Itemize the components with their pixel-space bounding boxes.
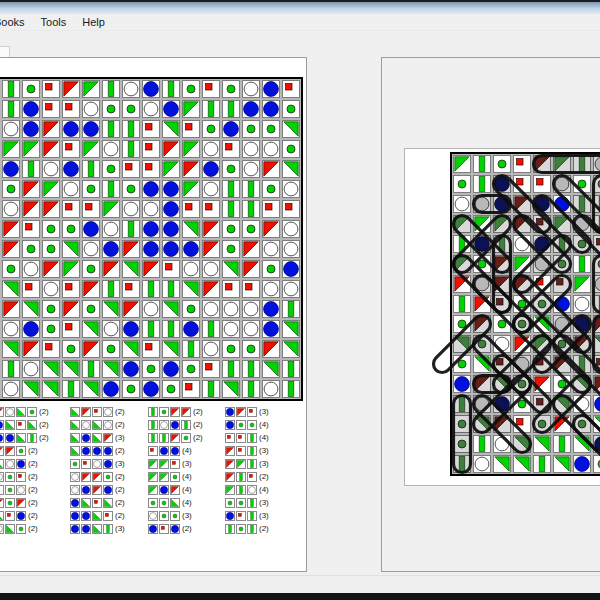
grid-cell[interactable] xyxy=(101,379,121,399)
grid-cell[interactable] xyxy=(181,179,201,199)
clue-item[interactable]: (2) xyxy=(0,524,49,534)
grid-cell[interactable] xyxy=(201,159,221,179)
grid-cell[interactable] xyxy=(21,119,41,139)
puzzle-grid[interactable] xyxy=(0,77,303,401)
clue-item[interactable]: (3) xyxy=(225,511,269,521)
grid-cell[interactable] xyxy=(21,299,41,319)
grid-cell[interactable] xyxy=(81,119,101,139)
grid-cell[interactable] xyxy=(161,299,181,319)
grid-cell[interactable] xyxy=(81,199,101,219)
grid-cell[interactable] xyxy=(121,79,141,99)
grid-cell[interactable] xyxy=(41,119,61,139)
grid-cell[interactable] xyxy=(101,219,121,239)
grid-cell[interactable] xyxy=(241,199,261,219)
grid-cell[interactable] xyxy=(241,319,261,339)
grid-cell[interactable] xyxy=(181,139,201,159)
grid-cell[interactable] xyxy=(161,219,181,239)
grid-cell[interactable] xyxy=(221,159,241,179)
grid-cell[interactable] xyxy=(41,239,61,259)
grid-cell[interactable] xyxy=(161,379,181,399)
grid-cell[interactable] xyxy=(261,259,281,279)
clue-item[interactable]: (2) xyxy=(0,420,49,430)
grid-cell[interactable] xyxy=(41,299,61,319)
grid-cell[interactable] xyxy=(21,339,41,359)
grid-cell[interactable] xyxy=(221,199,241,219)
clue-item[interactable]: (2) xyxy=(0,511,49,521)
clue-item[interactable]: (3) xyxy=(225,407,269,417)
grid-cell[interactable] xyxy=(141,279,161,299)
clue-item[interactable]: (2) xyxy=(70,420,125,430)
grid-cell[interactable] xyxy=(81,339,101,359)
grid-cell[interactable] xyxy=(121,179,141,199)
clue-item[interactable]: (2) xyxy=(70,485,125,495)
clue-item[interactable]: (2) xyxy=(148,524,203,534)
grid-cell[interactable] xyxy=(181,119,201,139)
grid-cell[interactable] xyxy=(121,319,141,339)
clue-item[interactable]: (2) xyxy=(0,433,49,443)
grid-cell[interactable] xyxy=(1,359,21,379)
grid-cell[interactable] xyxy=(1,159,21,179)
clue-item[interactable]: (2) xyxy=(70,498,125,508)
grid-cell[interactable] xyxy=(141,119,161,139)
grid-cell[interactable] xyxy=(81,379,101,399)
grid-cell[interactable] xyxy=(121,359,141,379)
grid-cell[interactable] xyxy=(221,119,241,139)
grid-cell[interactable] xyxy=(261,299,281,319)
grid-cell[interactable] xyxy=(41,319,61,339)
grid-cell[interactable] xyxy=(221,99,241,119)
grid-cell[interactable] xyxy=(221,79,241,99)
clue-item[interactable]: (3) xyxy=(148,511,203,521)
grid-cell[interactable] xyxy=(141,359,161,379)
grid-cell[interactable] xyxy=(281,99,301,119)
grid-cell[interactable] xyxy=(61,239,81,259)
grid-cell[interactable] xyxy=(241,339,261,359)
grid-cell[interactable] xyxy=(281,319,301,339)
grid-cell[interactable] xyxy=(61,339,81,359)
grid-cell[interactable] xyxy=(121,259,141,279)
grid-cell[interactable] xyxy=(101,319,121,339)
grid-cell[interactable] xyxy=(121,199,141,219)
grid-cell[interactable] xyxy=(1,299,21,319)
grid-cell[interactable] xyxy=(201,319,221,339)
grid-cell[interactable] xyxy=(141,179,161,199)
grid-cell[interactable] xyxy=(121,339,141,359)
grid-cell[interactable] xyxy=(181,279,201,299)
grid-cell[interactable] xyxy=(121,119,141,139)
grid-cell[interactable] xyxy=(201,219,221,239)
menu-item-help[interactable]: Help xyxy=(74,15,113,29)
clue-item[interactable]: (2) xyxy=(225,472,269,482)
grid-cell[interactable] xyxy=(281,359,301,379)
grid-cell[interactable] xyxy=(181,239,201,259)
grid-cell[interactable] xyxy=(281,199,301,219)
grid-cell[interactable] xyxy=(81,259,101,279)
grid-cell[interactable] xyxy=(81,139,101,159)
grid-cell[interactable] xyxy=(161,79,181,99)
grid-cell[interactable] xyxy=(141,319,161,339)
grid-cell[interactable] xyxy=(221,239,241,259)
grid-cell[interactable] xyxy=(241,299,261,319)
grid-cell[interactable] xyxy=(161,199,181,219)
grid-cell[interactable] xyxy=(141,139,161,159)
clue-item[interactable]: (3) xyxy=(225,459,269,469)
clue-item[interactable]: (2) xyxy=(0,498,49,508)
grid-cell[interactable] xyxy=(201,199,221,219)
grid-cell[interactable] xyxy=(41,339,61,359)
grid-cell[interactable] xyxy=(61,199,81,219)
grid-cell[interactable] xyxy=(1,259,21,279)
grid-cell[interactable] xyxy=(41,179,61,199)
grid-cell[interactable] xyxy=(21,219,41,239)
grid-cell[interactable] xyxy=(1,139,21,159)
grid-cell[interactable] xyxy=(141,219,161,239)
clue-item[interactable]: (2) xyxy=(70,407,125,417)
grid-cell[interactable] xyxy=(221,219,241,239)
grid-cell[interactable] xyxy=(281,299,301,319)
grid-cell[interactable] xyxy=(281,79,301,99)
grid-cell[interactable] xyxy=(141,299,161,319)
grid-cell[interactable] xyxy=(241,259,261,279)
grid-cell[interactable] xyxy=(281,239,301,259)
grid-cell[interactable] xyxy=(61,259,81,279)
grid-cell[interactable] xyxy=(161,139,181,159)
grid-cell[interactable] xyxy=(121,219,141,239)
grid-cell[interactable] xyxy=(281,379,301,399)
grid-cell[interactable] xyxy=(221,299,241,319)
